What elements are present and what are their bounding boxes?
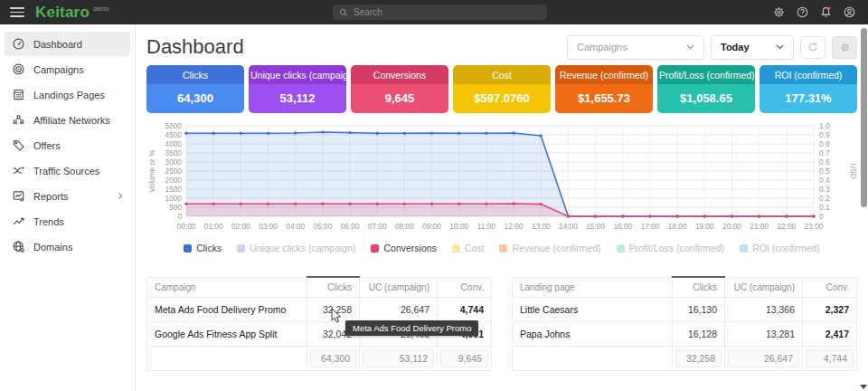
svg-text:16:00: 16:00	[613, 222, 632, 231]
metric-card-profit-loss-confirmed: Profit/Loss (confirmed)$1,058.65	[657, 65, 755, 113]
campaign-row-name-cell[interactable]: Google Ads Fitness App Split	[147, 322, 307, 347]
sidebar-item-label: Traffic Sources	[33, 166, 99, 176]
sidebar-item-label: Dashboard	[33, 39, 82, 50]
refresh-icon	[807, 41, 819, 53]
menu-toggle-icon[interactable]	[10, 7, 24, 17]
account-icon[interactable]	[843, 5, 856, 19]
svg-text:0: 0	[177, 212, 182, 221]
row-tooltip: Meta Ads Food Delivery Promo	[345, 320, 478, 336]
metric-card-revenue-confirmed: Revenue (confirmed)$1,655.73	[555, 65, 653, 113]
svg-text:19:00: 19:00	[695, 222, 714, 231]
svg-text:09:00: 09:00	[422, 222, 441, 231]
dashboard-settings-button[interactable]	[832, 36, 857, 59]
column-header-uc-campaign[interactable]: UC (campaign)	[360, 277, 438, 298]
svg-text:0.3: 0.3	[819, 185, 830, 194]
svg-text:3500: 3500	[165, 148, 183, 157]
sidebar-item-trends[interactable]: Trends	[5, 209, 130, 234]
notification-dot	[828, 7, 831, 10]
svg-text:14:00: 14:00	[559, 222, 578, 231]
sidebar-item-traffic-sources[interactable]: Traffic Sources	[5, 158, 130, 183]
chevron-down-icon	[686, 44, 694, 50]
date-range-select[interactable]: Today	[711, 35, 794, 60]
legend-label: Profit/Loss (confirmed)	[629, 243, 725, 253]
settings-icon[interactable]	[772, 5, 786, 19]
legend-swatch	[371, 244, 379, 253]
column-header-uc-campaign[interactable]: UC (campaign)	[725, 277, 803, 298]
svg-text:10:00: 10:00	[449, 222, 468, 231]
sidebar-item-label: Campaigns	[33, 64, 84, 75]
svg-text:12:00: 12:00	[505, 222, 524, 231]
value-cell: 2,417	[803, 322, 857, 347]
sidebar-item-label: Trends	[33, 216, 64, 227]
totals-row: 64,30053,1129,645	[147, 347, 492, 371]
page-title: Dashboard	[146, 35, 244, 59]
svg-text:05:00: 05:00	[313, 222, 332, 231]
offers-icon	[11, 138, 25, 153]
sidebar-item-label: Landings Pages	[33, 90, 105, 100]
column-header-landing-page[interactable]: Landing page	[513, 277, 673, 298]
campaign-row-name-cell[interactable]: Meta Ads Food Delivery Promo	[147, 298, 307, 322]
affiliate-icon	[11, 113, 25, 128]
campaign-filter-value: Campaigns	[577, 42, 627, 52]
svg-text:4000: 4000	[165, 139, 183, 148]
sidebar-item-domains[interactable]: Domains	[5, 234, 130, 259]
metric-card-value: 53,112	[249, 84, 346, 113]
search-bar[interactable]	[333, 5, 547, 20]
landing-page-row-name-cell[interactable]: Papa Johns	[513, 322, 673, 347]
legend-item-clicks[interactable]: Clicks	[184, 243, 222, 253]
svg-text:0.4: 0.4	[819, 176, 830, 185]
total-cell	[147, 347, 307, 371]
column-header-conv[interactable]: Conv.	[803, 277, 857, 298]
svg-text:500: 500	[169, 203, 182, 212]
column-header-campaign[interactable]: Campaign	[147, 277, 307, 298]
column-header-clicks[interactable]: Clicks	[307, 277, 360, 298]
sidebar-item-affiliate-networks[interactable]: Affiliate Networks	[5, 108, 130, 132]
legend-label: Conversions	[383, 243, 436, 253]
legend-item-roi-confirmed[interactable]: ROI (confirmed)	[740, 243, 820, 253]
refresh-button[interactable]	[800, 36, 826, 59]
scrollbar-thumb[interactable]	[861, 28, 867, 207]
sidebar-item-campaigns[interactable]: Campaigns	[5, 57, 130, 81]
legend-item-cost[interactable]: Cost	[452, 243, 485, 253]
search-input[interactable]	[354, 7, 542, 17]
svg-text:2500: 2500	[165, 167, 183, 176]
sidebar-item-offers[interactable]: Offers	[5, 133, 130, 157]
legend-item-profit-loss-confirmed[interactable]: Profit/Loss (confirmed)	[617, 243, 725, 253]
metric-card-label: Revenue (confirmed)	[555, 65, 653, 84]
legend-item-conversions[interactable]: Conversions	[371, 243, 436, 253]
sidebar-item-reports[interactable]: Reports	[5, 184, 130, 208]
legend-label: Cost	[465, 243, 485, 253]
landing-page-row: Papa Johns16,12813,2812,417	[513, 322, 857, 347]
help-icon[interactable]	[796, 5, 809, 19]
legend-label: Unique clicks (campaign)	[250, 243, 355, 253]
search-icon	[338, 7, 349, 18]
notifications-bell-icon[interactable]	[819, 5, 833, 19]
campaign-filter-select[interactable]: Campaigns	[567, 35, 704, 60]
column-header-conv[interactable]: Conv.	[438, 277, 492, 298]
sidebar-item-label: Offers	[33, 140, 61, 151]
svg-text:5000: 5000	[165, 121, 183, 130]
svg-text:13:00: 13:00	[532, 222, 551, 231]
svg-text:1.0: 1.0	[819, 121, 830, 130]
svg-text:0.1: 0.1	[819, 203, 830, 212]
metric-card-cost: Cost$597.0760	[453, 65, 551, 113]
svg-text:2000: 2000	[165, 176, 183, 185]
svg-text:03:00: 03:00	[259, 222, 278, 231]
topbar-actions	[772, 0, 856, 24]
legend-swatch	[617, 244, 625, 253]
legend-item-revenue-confirmed[interactable]: Revenue (confirmed)	[499, 243, 600, 253]
svg-text:4500: 4500	[165, 130, 183, 139]
sidebar-item-dashboard[interactable]: Dashboard	[5, 32, 130, 56]
legend-swatch	[499, 244, 507, 253]
svg-text:18:00: 18:00	[668, 222, 687, 231]
svg-text:0.8: 0.8	[819, 139, 830, 148]
svg-text:0: 0	[819, 212, 824, 221]
svg-text:1500: 1500	[165, 185, 183, 194]
scroll-down-arrow-icon[interactable]	[860, 385, 867, 389]
landing-page-row-name-cell[interactable]: Little Caesars	[513, 298, 673, 322]
legend-item-unique-clicks-campaign[interactable]: Unique clicks (campaign)	[237, 243, 355, 253]
page-scrollbar	[859, 24, 868, 391]
sidebar-nav: DashboardCampaignsLandings PagesAffiliat…	[0, 24, 136, 391]
sidebar-item-landings-pages[interactable]: Landings Pages	[5, 82, 130, 107]
column-header-clicks[interactable]: Clicks	[673, 277, 725, 298]
